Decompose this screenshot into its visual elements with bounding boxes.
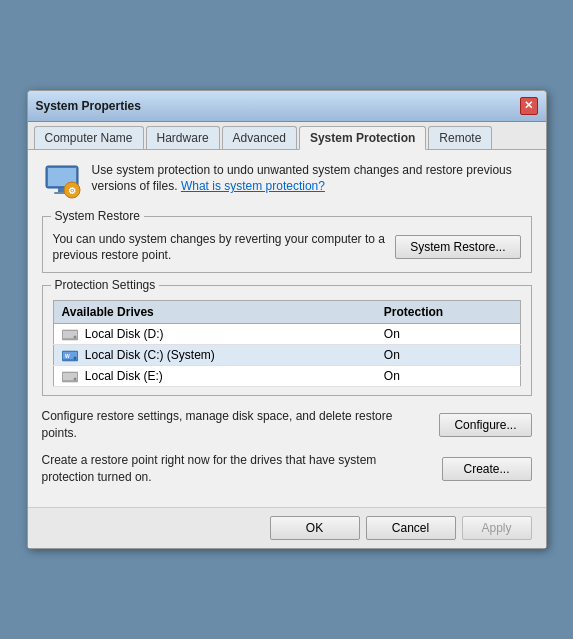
- create-button[interactable]: Create...: [442, 457, 532, 481]
- create-row: Create a restore point right now for the…: [42, 452, 532, 486]
- tab-remote[interactable]: Remote: [428, 126, 492, 149]
- tab-advanced[interactable]: Advanced: [222, 126, 297, 149]
- svg-point-8: [73, 336, 76, 339]
- svg-text:⚙: ⚙: [68, 186, 76, 196]
- col-header-drives: Available Drives: [53, 301, 376, 324]
- cancel-button[interactable]: Cancel: [366, 516, 456, 540]
- protection-status-2: On: [376, 366, 520, 387]
- svg-text:W: W: [65, 353, 70, 359]
- drive-name-0: Local Disk (D:): [53, 324, 376, 345]
- system-restore-label: System Restore: [51, 209, 144, 223]
- svg-point-15: [73, 378, 76, 381]
- drive-name-1: W Local Disk (C:) (System): [53, 345, 376, 366]
- table-row[interactable]: Local Disk (D:) On: [53, 324, 520, 345]
- system-restore-content: You can undo system changes by reverting…: [53, 231, 521, 265]
- title-bar: System Properties ✕: [28, 91, 546, 122]
- svg-point-11: [73, 357, 76, 360]
- tab-bar: Computer Name Hardware Advanced System P…: [28, 122, 546, 150]
- drive-icon-2: [62, 371, 78, 383]
- drives-table: Available Drives Protection: [53, 300, 521, 387]
- protection-status-1: On: [376, 345, 520, 366]
- system-restore-button[interactable]: System Restore...: [395, 235, 520, 259]
- configure-description: Configure restore settings, manage disk …: [42, 408, 430, 442]
- restore-description: You can undo system changes by reverting…: [53, 231, 386, 265]
- create-description: Create a restore point right now for the…: [42, 452, 432, 486]
- dialog-title: System Properties: [36, 99, 141, 113]
- configure-row: Configure restore settings, manage disk …: [42, 408, 532, 442]
- drive-icon-0: [62, 329, 78, 341]
- protection-table-container: Available Drives Protection: [53, 300, 521, 387]
- apply-button[interactable]: Apply: [462, 516, 532, 540]
- table-row[interactable]: Local Disk (E:) On: [53, 366, 520, 387]
- close-button[interactable]: ✕: [520, 97, 538, 115]
- tab-system-protection[interactable]: System Protection: [299, 126, 426, 150]
- configure-button[interactable]: Configure...: [439, 413, 531, 437]
- ok-button[interactable]: OK: [270, 516, 360, 540]
- tab-hardware[interactable]: Hardware: [146, 126, 220, 149]
- info-box: ⚙ Use system protection to undo unwanted…: [42, 162, 532, 202]
- drive-name-2: Local Disk (E:): [53, 366, 376, 387]
- system-properties-dialog: System Properties ✕ Computer Name Hardwa…: [27, 90, 547, 550]
- tab-computer-name[interactable]: Computer Name: [34, 126, 144, 149]
- main-content: ⚙ Use system protection to undo unwanted…: [28, 150, 546, 508]
- drive-icon-1: W: [62, 350, 78, 362]
- protection-settings-label: Protection Settings: [51, 278, 160, 292]
- protection-settings-section: Protection Settings Available Drives Pro…: [42, 285, 532, 396]
- col-header-protection: Protection: [376, 301, 520, 324]
- restore-row: You can undo system changes by reverting…: [53, 231, 521, 265]
- system-protection-icon: ⚙: [42, 162, 82, 202]
- table-row[interactable]: W Local Disk (C:) (System) On: [53, 345, 520, 366]
- protection-status-0: On: [376, 324, 520, 345]
- system-restore-section: System Restore You can undo system chang…: [42, 216, 532, 274]
- info-text: Use system protection to undo unwanted s…: [92, 162, 532, 196]
- bottom-bar: OK Cancel Apply: [28, 507, 546, 548]
- info-link[interactable]: What is system protection?: [181, 179, 325, 193]
